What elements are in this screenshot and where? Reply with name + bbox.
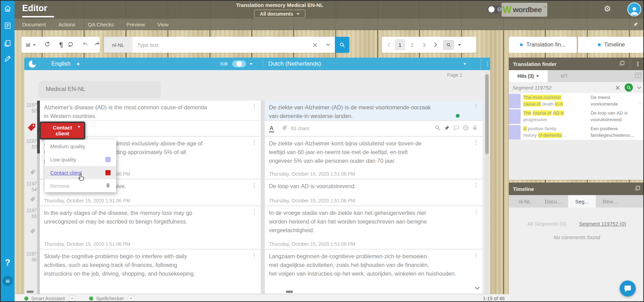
segment-target-cell[interactable]: In·de·vroege·stadia·van·de·ziekte·kan·he…: [265, 206, 482, 249]
horizontal-scroll-thumb[interactable]: [27, 291, 34, 293]
language-toggle[interactable]: [488, 6, 503, 13]
edit-mode-toggle[interactable]: [232, 60, 246, 67]
segment-menu-dots-icon[interactable]: ⋮: [473, 140, 479, 145]
save-button[interactable]: [25, 42, 36, 48]
scrollbar-thumb[interactable]: [485, 74, 489, 154]
format-button[interactable]: A: [269, 125, 274, 132]
pilcrow-icon[interactable]: ¶: [59, 41, 63, 49]
horizontal-scroll-thumb[interactable]: [286, 291, 293, 293]
menu-qa-checks[interactable]: QA Checks: [88, 22, 114, 27]
detach-window-icon[interactable]: [619, 60, 625, 67]
segment-menu-dots-icon[interactable]: ⋮: [251, 103, 257, 109]
comment-icon[interactable]: [453, 125, 459, 132]
close-icon[interactable]: ×: [615, 84, 620, 91]
segment-target-cell[interactable]: Langzaam·beginnen·de·cognitieve·probleme…: [265, 250, 482, 294]
tab-mt[interactable]: MT: [548, 73, 581, 79]
search-icon[interactable]: [435, 125, 441, 132]
tag-icon[interactable]: [281, 125, 287, 132]
finder-search-button[interactable]: [625, 83, 633, 92]
tab-timeline[interactable]: Timeline: [578, 37, 644, 53]
target-text[interactable]: De·loop·van·AD·is·vooruitstrevend.: [265, 179, 482, 191]
pin-icon[interactable]: [444, 125, 450, 132]
target-language-caret-icon[interactable]: [463, 63, 466, 65]
tag-icon[interactable]: [30, 228, 35, 235]
target-text[interactable]: In·de·vroege·stadia·van·de·ziekte·kan·he…: [265, 206, 482, 235]
segment-menu-dots-icon[interactable]: ⋮: [473, 182, 479, 188]
menu-preview[interactable]: Preview: [127, 22, 145, 27]
target-text[interactable]: De·ziekte·van·Alzheimer·komt·bijna·uitsl…: [265, 137, 482, 165]
source-text[interactable]: In·the·early·stages·of·the·disease,·the·…: [40, 206, 261, 226]
timeline-tab-segment[interactable]: Seg...: [568, 195, 595, 208]
help-icon[interactable]: ?: [1, 258, 15, 268]
brand-logo[interactable]: W wordbee ™: [502, 3, 547, 17]
source-text[interactable]: Alzheimer's·disease·(AD)·is·the·most·com…: [40, 101, 261, 120]
detach-window-icon[interactable]: [635, 185, 641, 192]
target-text[interactable]: Langzaam·beginnen·de·cognitieve·probleme…: [265, 250, 482, 278]
segment-menu-dots-icon[interactable]: ⋮: [251, 252, 257, 258]
page-3-button[interactable]: 3: [419, 39, 429, 50]
timeline-tab-revisions[interactable]: Revi...: [596, 195, 625, 208]
next-page-icon[interactable]: [431, 42, 440, 47]
timeline-tab-language[interactable]: nl-NL: [512, 195, 538, 208]
prev-page-icon[interactable]: [385, 42, 393, 47]
finder-expand-caret-icon[interactable]: [637, 84, 641, 91]
document-tab[interactable]: Medical EN-NL: [39, 81, 160, 97]
save-caret-icon[interactable]: [33, 44, 36, 46]
editor-pencil-icon[interactable]: [1, 55, 15, 62]
all-segments-link[interactable]: All Segments (0): [528, 221, 566, 227]
segment-menu-dots-icon[interactable]: ⋮: [251, 140, 257, 145]
column-menu-dots-icon[interactable]: ⋮: [485, 58, 490, 70]
menu-item-low-quality[interactable]: Low quality: [45, 153, 116, 166]
timeline-tab-document[interactable]: Docu...: [538, 195, 568, 208]
segment-source-cell[interactable]: Slowly·the·cognitive·problems·begin·to·i…: [40, 250, 261, 294]
lock-icon[interactable]: [472, 125, 478, 132]
page-2-button[interactable]: 2: [407, 39, 417, 50]
menu-actions[interactable]: Actions: [58, 22, 75, 27]
finder-menu-dots-icon[interactable]: ⋮: [635, 61, 641, 67]
search-language-select[interactable]: nl-NL: [104, 37, 132, 53]
home-icon[interactable]: [1, 5, 15, 12]
support-chat-button[interactable]: [620, 280, 636, 296]
segment-target-cell[interactable]: De·loop·van·AD·is·vooruitstrevend. ⋮ Thu…: [265, 179, 482, 206]
spellchecker-caret-button[interactable]: [128, 296, 134, 301]
tab-translation-finder[interactable]: Translation fin...: [509, 37, 577, 53]
scroll-down-chevron-icon[interactable]: [475, 285, 480, 291]
target-text[interactable]: De·ziekte·van·Alzheimer·(AD)·is·de·meest…: [265, 101, 482, 120]
contact-client-tag-button[interactable]: Contact client: [40, 121, 85, 140]
menu-document[interactable]: Document: [22, 22, 46, 27]
pie-chart-icon[interactable]: [28, 58, 37, 70]
goto-segment-button[interactable]: [443, 40, 454, 50]
segment-target-cell[interactable]: De·ziekte·van·Alzheimer·(AD)·is·de·meest…: [265, 101, 482, 136]
task-list-icon[interactable]: [1, 22, 15, 30]
tab-hits[interactable]: Hits (3): [509, 70, 548, 82]
search-button[interactable]: [335, 37, 349, 53]
tag-icon[interactable]: [30, 196, 35, 203]
pin-icon[interactable]: [633, 22, 638, 28]
pretranslate-button[interactable]: [67, 41, 74, 49]
segment-menu-dots-icon[interactable]: ⋮: [473, 103, 479, 109]
user-avatar[interactable]: [627, 2, 641, 16]
search-options-caret-icon[interactable]: [322, 37, 335, 53]
segment-menu-dots-icon[interactable]: ⋮: [473, 209, 479, 215]
collapse-menu-icon[interactable]: ≡: [2, 276, 13, 286]
hit-more-ellipsis[interactable]: …: [638, 100, 643, 105]
search-input[interactable]: [132, 37, 308, 53]
segment-comments-link[interactable]: Segment 119752 (0): [579, 221, 626, 227]
source-text[interactable]: Slowly·the·cognitive·problems·begin·to·i…: [40, 250, 261, 278]
clear-search-icon[interactable]: ×: [308, 37, 322, 53]
menu-view[interactable]: View: [157, 22, 168, 27]
exclude-icon[interactable]: [463, 125, 469, 132]
segment-source-cell[interactable]: In·the·early·stages·of·the·disease,·the·…: [40, 206, 261, 249]
segment-menu-dots-icon[interactable]: ⋮: [251, 182, 257, 188]
documents-icon[interactable]: [1, 40, 15, 47]
finder-hit-row[interactable]: The·course·of·AD·isprogressive. De·loop·…: [509, 109, 644, 124]
segment-target-cell[interactable]: De·ziekte·van·Alzheimer·komt·bijna·uitsl…: [265, 137, 482, 179]
redo-button[interactable]: [93, 41, 100, 48]
vertical-scrollbar[interactable]: [485, 72, 489, 294]
pagination-caret-icon[interactable]: [458, 44, 461, 46]
segment-menu-dots-icon[interactable]: ⋮: [251, 209, 257, 215]
finder-hit-row[interactable]: A·positive·familyhistory·of·dementia… Ee…: [509, 124, 644, 140]
page-1-button[interactable]: 1: [395, 39, 405, 50]
tag-icon[interactable]: [30, 169, 35, 176]
smart-assistant-caret-button[interactable]: [69, 296, 75, 301]
